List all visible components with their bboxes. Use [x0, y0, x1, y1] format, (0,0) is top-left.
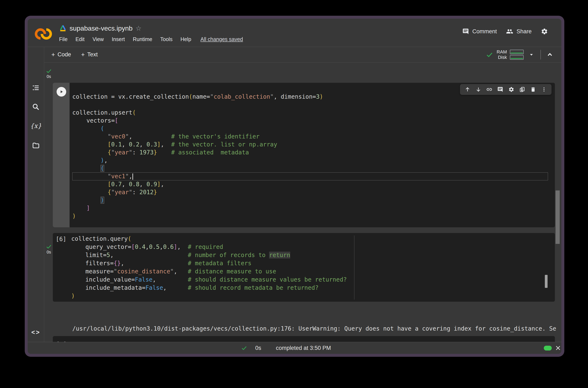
- menu-help[interactable]: Help: [180, 36, 191, 42]
- run-cell-button[interactable]: [57, 87, 66, 97]
- menu-edit[interactable]: Edit: [75, 36, 84, 42]
- cell-action-toolbar: [460, 84, 552, 95]
- resource-monitor[interactable]: RAM Disk: [497, 49, 524, 60]
- disk-usage-gauge: [510, 55, 524, 60]
- menu-runtime[interactable]: Runtime: [133, 36, 152, 42]
- code-cell-2[interactable]: [6] collection.query( query_vector=[0.4,…: [53, 233, 555, 302]
- save-status[interactable]: All changes saved: [200, 36, 243, 42]
- add-comment-button[interactable]: [497, 86, 504, 93]
- cell2-scrollbar-thumb[interactable]: [545, 275, 548, 288]
- people-icon: [506, 28, 513, 35]
- star-icon[interactable]: ☆: [136, 25, 142, 32]
- execution-status-bar: 0s completed at 3:50 PM: [28, 342, 561, 354]
- cell-settings-gear-icon[interactable]: [508, 86, 515, 93]
- cell1-exec-time: 0s: [45, 74, 52, 79]
- notebook-scroll-area: 0s collection = vx.create_collection(nam…: [28, 62, 561, 342]
- status-duration: 0s: [255, 345, 261, 351]
- colab-logo-icon[interactable]: [35, 28, 52, 40]
- close-status-bar-icon[interactable]: [555, 345, 561, 351]
- comment-label: Comment: [472, 28, 497, 35]
- status-check-icon: [241, 345, 247, 351]
- add-code-label: Code: [58, 51, 71, 58]
- copy-link-to-cell-button[interactable]: [486, 86, 493, 93]
- cell2-success-check-icon: [45, 243, 52, 251]
- menu-tools[interactable]: Tools: [160, 36, 172, 42]
- add-text-button[interactable]: + Text: [81, 51, 98, 58]
- cell1-success-check-icon: [45, 68, 52, 75]
- code-cell-1[interactable]: collection = vx.create_collection(name="…: [53, 83, 555, 227]
- desktop: supabase-vecs.ipynb ☆ File Edit View Ins…: [0, 0, 588, 388]
- menu-insert[interactable]: Insert: [112, 36, 125, 42]
- drive-icon: [59, 25, 67, 32]
- presence-indicator: [544, 346, 552, 350]
- notebook-toolbar: + Code + Text RAM Disk: [44, 47, 561, 63]
- settings-gear-icon[interactable]: [541, 28, 548, 35]
- ram-label: RAM: [497, 49, 507, 54]
- disk-label: Disk: [498, 55, 507, 60]
- cell1-gutter: [53, 83, 70, 227]
- add-code-button[interactable]: + Code: [51, 51, 71, 58]
- notebook-title[interactable]: supabase-vecs.ipynb: [70, 24, 133, 32]
- plus-icon: +: [81, 51, 85, 58]
- share-label: Share: [516, 28, 532, 35]
- connected-check-icon: [486, 51, 493, 58]
- delete-cell-button[interactable]: [530, 86, 537, 93]
- mirror-cell-in-tab-button[interactable]: [519, 86, 526, 93]
- notebook-header: supabase-vecs.ipynb ☆ File Edit View Ins…: [28, 19, 561, 47]
- menu-view[interactable]: View: [92, 36, 104, 42]
- colab-window-content: supabase-vecs.ipynb ☆ File Edit View Ins…: [28, 19, 561, 354]
- resources-dropdown-icon[interactable]: [529, 52, 534, 57]
- output-warning-line: /usr/local/lib/python3.10/dist-packages/…: [72, 325, 556, 333]
- collapse-sections-icon[interactable]: [546, 51, 553, 58]
- comment-button[interactable]: Comment: [462, 28, 497, 35]
- cell2-code-editor[interactable]: collection.query( query_vector=[0.4,0.5,…: [71, 235, 347, 300]
- cell2-exec-time: 0s: [45, 250, 52, 255]
- more-cell-actions-icon[interactable]: [540, 86, 548, 93]
- menubar: File Edit View Insert Runtime Tools Help…: [59, 36, 243, 42]
- menu-file[interactable]: File: [59, 36, 68, 42]
- comment-icon: [462, 28, 469, 35]
- move-cell-up-button[interactable]: [464, 86, 471, 93]
- status-completed-text: completed at 3:50 PM: [276, 345, 331, 351]
- ram-usage-gauge: [510, 50, 524, 54]
- move-cell-down-button[interactable]: [475, 86, 482, 93]
- notebook-scrollbar-thumb[interactable]: [556, 191, 560, 244]
- colab-window: supabase-vecs.ipynb ☆ File Edit View Ins…: [25, 16, 564, 357]
- cell1-code-editor[interactable]: collection = vx.create_collection(name="…: [72, 93, 548, 220]
- plus-icon: +: [51, 51, 55, 58]
- share-button[interactable]: Share: [506, 28, 532, 35]
- add-text-label: Text: [87, 51, 98, 58]
- cell2-execution-count[interactable]: [6]: [56, 236, 66, 242]
- cell2-editor-divider: [354, 236, 354, 300]
- toolbar-divider: [540, 50, 541, 59]
